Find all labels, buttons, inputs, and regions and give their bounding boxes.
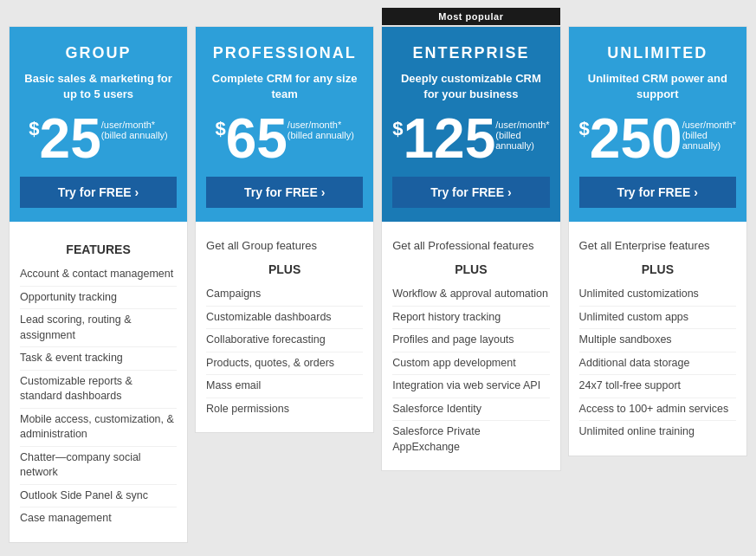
price-period-professional: /user/month*(billed annually) [288, 120, 354, 140]
feature-item: Workflow & approval automation [392, 283, 549, 307]
plan-price-group: $ 25 /user/month*(billed annually) [20, 111, 177, 166]
price-period-enterprise: /user/month*(billed annually) [495, 120, 549, 151]
feature-item: Salesforce Private AppExchange [392, 421, 549, 458]
feature-item: Unlimited custom apps [579, 307, 736, 330]
plan-header-unlimited: UNLIMITED Unlimited CRM power and suppor… [569, 27, 746, 222]
try-btn-enterprise[interactable]: Try for FREE › [392, 177, 549, 208]
plan-header-professional: PROFESSIONAL Complete CRM for any size t… [196, 27, 373, 222]
plan-desc-professional: Complete CRM for any size team [206, 71, 363, 102]
feature-item: Customizable reports & standard dashboar… [20, 371, 177, 409]
plan-col-group: GROUP Basic sales & marketing for up to … [9, 26, 188, 543]
price-amount-enterprise: 125 [403, 111, 495, 166]
plan-header-enterprise: Most popular ENTERPRISE Deeply customiza… [382, 27, 559, 222]
section-title-group: FEATURES [20, 242, 177, 256]
plan-name-unlimited: UNLIMITED [579, 44, 736, 62]
price-dollar-group: $ [29, 118, 39, 140]
plan-body-professional: Get all Group featuresPLUSCampaignsCusto… [196, 222, 373, 432]
feature-item: Customizable dashboards [206, 307, 363, 330]
pricing-container: GROUP Basic sales & marketing for up to … [9, 9, 747, 543]
feature-item: Mass email [206, 375, 363, 398]
feature-item: Campaigns [206, 283, 363, 307]
feature-item: Report history tracking [392, 307, 549, 330]
plan-price-enterprise: $ 125 /user/month*(billed annually) [392, 111, 549, 166]
feature-item: Custom app development [392, 352, 549, 376]
plus-title-professional: PLUS [206, 262, 363, 276]
plan-body-enterprise: Get all Professional featuresPLUSWorkflo… [382, 222, 559, 470]
plan-col-enterprise: Most popular ENTERPRISE Deeply customiza… [381, 26, 560, 471]
plan-body-group: FEATURESAccount & contact managementOppo… [10, 222, 187, 542]
feature-item: Outlook Side Panel & sync [20, 485, 177, 508]
feature-item: Case management [20, 508, 177, 530]
plan-name-enterprise: ENTERPRISE [392, 44, 549, 62]
try-btn-unlimited[interactable]: Try for FREE › [579, 177, 736, 208]
plan-desc-unlimited: Unlimited CRM power and support [579, 71, 736, 102]
price-amount-professional: 65 [226, 111, 288, 166]
feature-item: Mobile access, customization, & administ… [20, 409, 177, 447]
price-dollar-unlimited: $ [579, 118, 590, 140]
feature-item: Lead scoring, routing & assignment [20, 309, 177, 347]
feature-item: Opportunity tracking [20, 287, 177, 310]
feature-item: Multiple sandboxes [579, 329, 736, 352]
plan-price-professional: $ 65 /user/month*(billed annually) [206, 111, 363, 166]
price-dollar-professional: $ [215, 118, 225, 140]
plan-name-professional: PROFESSIONAL [206, 44, 363, 62]
price-dollar-enterprise: $ [392, 118, 403, 140]
feature-item: Unlimited customizations [579, 283, 736, 307]
price-amount-unlimited: 250 [590, 111, 682, 166]
plan-desc-enterprise: Deeply customizable CRM for your busines… [392, 71, 549, 102]
plan-col-professional: PROFESSIONAL Complete CRM for any size t… [195, 26, 374, 433]
price-amount-group: 25 [40, 111, 101, 166]
plan-price-unlimited: $ 250 /user/month*(billed annually) [579, 111, 736, 166]
plus-title-enterprise: PLUS [392, 262, 549, 276]
try-btn-group[interactable]: Try for FREE › [20, 177, 177, 208]
plan-name-group: GROUP [20, 44, 177, 62]
price-period-group: /user/month*(billed annually) [101, 120, 168, 140]
plan-header-group: GROUP Basic sales & marketing for up to … [10, 27, 187, 222]
price-period-unlimited: /user/month*(billed annually) [682, 120, 736, 151]
get-all-enterprise: Get all Professional features [392, 234, 549, 254]
plan-body-unlimited: Get all Enterprise featuresPLUSUnlimited… [569, 222, 746, 456]
feature-item: Access to 100+ admin services [579, 398, 736, 422]
feature-item: Task & event tracking [20, 347, 177, 371]
get-all-unlimited: Get all Enterprise features [579, 234, 736, 254]
feature-item: Additional data storage [579, 352, 736, 376]
feature-item: Salesforce Identity [392, 398, 549, 422]
feature-item: Integration via web service API [392, 375, 549, 398]
feature-item: Collaborative forecasting [206, 329, 363, 352]
get-all-professional: Get all Group features [206, 234, 363, 254]
feature-item: Profiles and page layouts [392, 329, 549, 352]
feature-item: Role permissions [206, 398, 363, 421]
plus-title-unlimited: PLUS [579, 262, 736, 276]
most-popular-badge: Most popular [382, 8, 559, 25]
feature-item: Account & contact management [20, 263, 177, 287]
feature-item: Products, quotes, & orders [206, 352, 363, 376]
plan-desc-group: Basic sales & marketing for up to 5 user… [20, 71, 177, 102]
feature-item: Chatter—company social network [20, 447, 177, 485]
feature-item: 24x7 toll-free support [579, 375, 736, 398]
try-btn-professional[interactable]: Try for FREE › [206, 177, 363, 208]
plan-col-unlimited: UNLIMITED Unlimited CRM power and suppor… [568, 26, 747, 456]
feature-item: Unlimited online training [579, 421, 736, 443]
